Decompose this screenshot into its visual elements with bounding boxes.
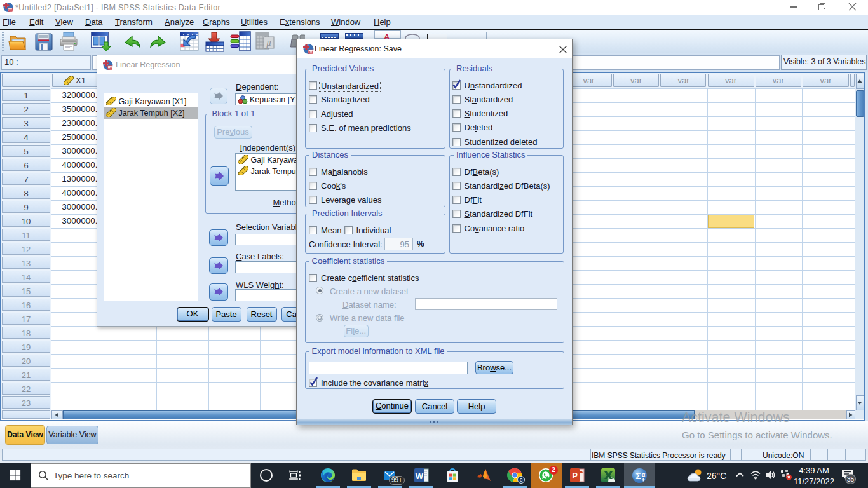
svg-text:Σ: Σ [635,471,641,481]
svg-text:W: W [416,471,424,481]
svg-text:μ: μ [266,38,271,48]
svg-text:P: P [572,471,578,480]
svg-text:α: α [642,471,646,478]
